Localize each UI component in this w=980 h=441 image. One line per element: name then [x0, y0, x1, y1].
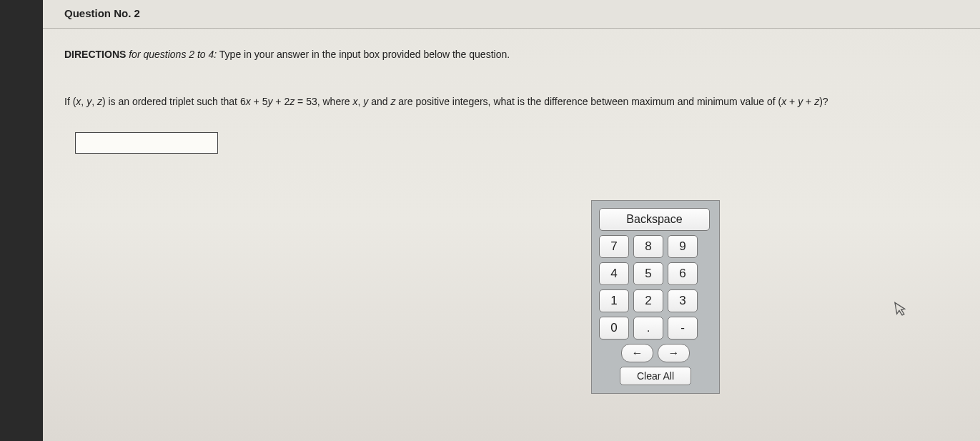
content-area: Question No. 2 DIRECTIONS for questions … [43, 0, 980, 441]
answer-input[interactable] [75, 132, 218, 154]
q-var: z [97, 96, 102, 107]
key-5-button[interactable]: 5 [633, 262, 663, 285]
q-text: , [91, 96, 97, 107]
q-var: x [353, 96, 358, 107]
key-0-button[interactable]: 0 [599, 317, 629, 340]
left-sidebar-strip [0, 0, 43, 441]
q-var: x [246, 96, 251, 107]
key-1-button[interactable]: 1 [599, 289, 629, 312]
directions-text: Type in your answer in the input box pro… [217, 49, 510, 60]
key-8-button[interactable]: 8 [633, 235, 663, 258]
q-text: + 5 [251, 96, 268, 107]
q-text: + [786, 96, 798, 107]
key-2-button[interactable]: 2 [633, 289, 663, 312]
cursor-icon [893, 299, 911, 322]
key-minus-button[interactable]: - [668, 317, 698, 340]
q-text: + 2 [272, 96, 289, 107]
q-text: and [368, 96, 390, 107]
key-dot-button[interactable]: . [633, 317, 663, 340]
clear-all-button[interactable]: Clear All [620, 367, 691, 385]
q-text: = 53, where [295, 96, 352, 107]
question-text: If (x, y, z) is an ordered triplet such … [43, 60, 980, 109]
q-text: are positive integers, what is the diffe… [395, 96, 781, 107]
q-text: ) is an ordered triplet such that 6 [102, 96, 246, 107]
key-6-button[interactable]: 6 [668, 262, 698, 285]
key-9-button[interactable]: 9 [668, 235, 698, 258]
q-text: If ( [64, 96, 76, 107]
backspace-button[interactable]: Backspace [599, 208, 710, 231]
key-4-button[interactable]: 4 [599, 262, 629, 285]
q-text: + [803, 96, 814, 107]
key-3-button[interactable]: 3 [668, 289, 698, 312]
directions-label: DIRECTIONS [64, 49, 126, 60]
q-text: , [81, 96, 86, 107]
key-7-button[interactable]: 7 [599, 235, 629, 258]
numeric-keypad: Backspace 7 8 9 4 5 6 1 2 3 0 . - ← → Cl… [591, 200, 720, 394]
directions-range: for questions 2 to 4: [126, 49, 217, 60]
directions: DIRECTIONS for questions 2 to 4: Type in… [43, 29, 980, 60]
arrow-right-button[interactable]: → [658, 344, 690, 362]
arrow-left-button[interactable]: ← [621, 344, 653, 362]
q-text: )? [819, 96, 828, 107]
question-header: Question No. 2 [43, 0, 980, 29]
